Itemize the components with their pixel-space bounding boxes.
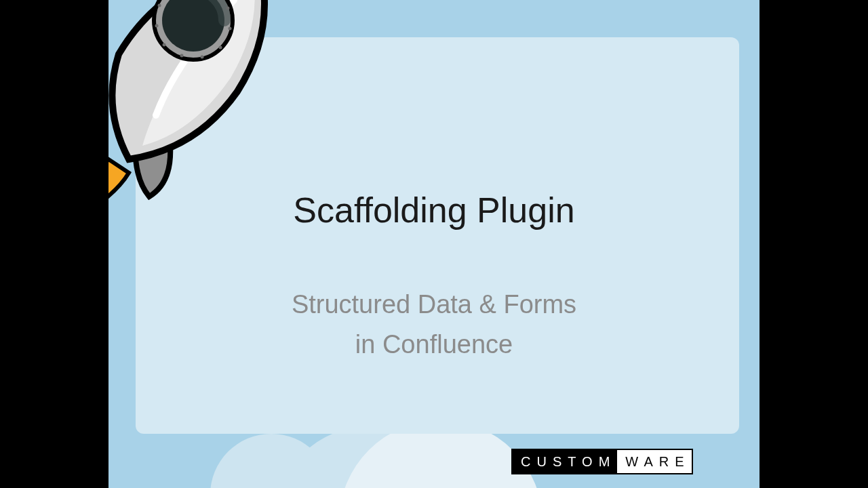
subtitle-line: in Confluence — [355, 330, 513, 359]
brand-logo: CUSTOM WARE — [511, 449, 741, 474]
rocket-icon — [108, 0, 298, 230]
svg-point-10 — [155, 24, 159, 28]
svg-point-6 — [219, 46, 222, 49]
logo-right: WARE — [617, 449, 692, 474]
logo-left: CUSTOM — [511, 449, 617, 474]
svg-point-8 — [180, 54, 184, 58]
svg-point-7 — [201, 56, 204, 59]
subtitle-line: Structured Data & Forms — [292, 290, 576, 319]
cloud-shape — [210, 434, 332, 488]
svg-point-4 — [226, 7, 230, 10]
slide-subtitle: Structured Data & Forms in Confluence — [108, 285, 760, 365]
slide-stage: Scaffolding Plugin Structured Data & For… — [108, 0, 760, 488]
svg-point-9 — [163, 43, 166, 47]
svg-point-11 — [158, 4, 161, 7]
svg-point-5 — [229, 27, 232, 30]
